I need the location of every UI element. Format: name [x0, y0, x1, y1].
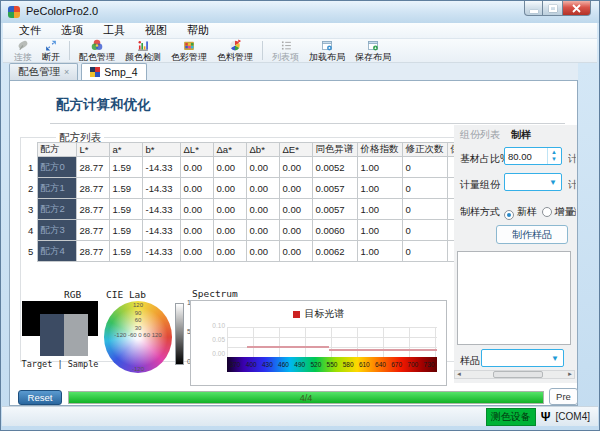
- table-header-row: 配方 L* a* b* ΔL* Δa* Δb* ΔE* 同色异谱 价格指数 修正…: [26, 143, 473, 157]
- close-button[interactable]: [562, 1, 591, 16]
- table-row[interactable]: 2 配方1 28.77 1.59 -14.33 0.00 0.00 0.00 0…: [26, 178, 473, 199]
- menubar: 文件 选项 工具 视图 帮助: [3, 23, 597, 39]
- column-header[interactable]: 同色异谱: [312, 143, 357, 157]
- column-header[interactable]: b*: [142, 143, 180, 157]
- metering-dropdown[interactable]: ▼: [504, 173, 562, 191]
- column-header[interactable]: ΔL*: [180, 143, 213, 157]
- toolbar-button-color-matching[interactable]: 配色管理: [74, 39, 120, 62]
- column-header[interactable]: Δa*: [213, 143, 246, 157]
- reset-button[interactable]: Reset: [18, 390, 62, 405]
- color-grid-icon: [182, 39, 196, 52]
- pre-button[interactable]: Pre: [549, 388, 578, 405]
- titlebar: PeColorPro2.0: [1, 1, 599, 23]
- toolbar: 连接 断开 配色管理: [3, 39, 597, 63]
- x-tick: 520: [308, 361, 324, 368]
- spectrum-chart: 目标光谱 0.10 0.05 0.00 370 400 430 460 490 …: [190, 300, 447, 386]
- cell-recipe-name[interactable]: 配方4: [37, 241, 76, 262]
- spectrum-plot-area: [227, 327, 437, 357]
- menu-item-help[interactable]: 帮助: [177, 23, 219, 38]
- menu-item-file[interactable]: 文件: [9, 23, 51, 38]
- colorant-pie-icon: [228, 39, 242, 52]
- tab-color-matching[interactable]: 配色管理 ×: [9, 63, 78, 80]
- usb-icon: Ψ: [541, 410, 551, 424]
- menu-item-view[interactable]: 视图: [135, 23, 177, 38]
- app-logo-icon: [8, 6, 20, 18]
- menu-item-options[interactable]: 选项: [51, 23, 93, 38]
- column-header[interactable]: 配方: [37, 143, 76, 157]
- minimize-button[interactable]: [524, 1, 543, 16]
- sample-making-panel: 组份列表 制样 基材占比% 80.00 ▲ ▼ 计 计量组份 ▼ 计 制样方式 …: [454, 125, 577, 383]
- table-row[interactable]: 4 配方3 28.77 1.59 -14.33 0.00 0.00 0.00 0…: [26, 220, 473, 241]
- y-tick: 0.05: [201, 336, 225, 343]
- column-header[interactable]: a*: [109, 143, 142, 157]
- main-content: 配方计算和优化 配方列表 配方 L* a* b* ΔL* Δa* Δb* ΔE*…: [9, 80, 578, 406]
- minimize-icon: [530, 10, 538, 13]
- mode-label: 制样方式: [460, 205, 500, 219]
- menu-item-tools[interactable]: 工具: [93, 23, 135, 38]
- clipped-label: 计: [568, 152, 576, 166]
- x-tick: 580: [340, 361, 356, 368]
- toolbar-button-list-items[interactable]: 列表项: [267, 39, 304, 62]
- toolbar-button-connect[interactable]: 连接: [9, 39, 37, 62]
- make-sample-button[interactable]: 制作样品: [496, 225, 568, 244]
- toolbar-button-color-detect[interactable]: 颜色检测: [120, 39, 166, 62]
- spinner-up-icon[interactable]: ▲: [551, 149, 557, 156]
- cielab-color-wheel: 120 90 60 30 -120 -60 0 60 120 -120: [104, 301, 172, 373]
- panel-tab-components[interactable]: 组份列表: [460, 128, 500, 142]
- radio-new-sample[interactable]: 新样: [504, 205, 537, 220]
- tab-smp4[interactable]: Smp_4: [81, 63, 146, 80]
- x-tick: 490: [292, 361, 308, 368]
- table-row[interactable]: 3 配方2 28.77 1.59 -14.33 0.00 0.00 0.00 0…: [26, 199, 473, 220]
- cell-recipe-name[interactable]: 配方3: [37, 220, 76, 241]
- scroll-thumb[interactable]: [493, 371, 543, 378]
- sample-label: 样品: [460, 354, 480, 368]
- x-tick: 730: [421, 361, 437, 368]
- target-color-swatch: [40, 314, 64, 356]
- column-header[interactable]: ΔE*: [279, 143, 312, 157]
- column-header[interactable]: 修正次数: [402, 143, 447, 157]
- x-tick: 640: [372, 361, 388, 368]
- cielab-axis-row: -120 -60 0 60 120: [104, 332, 172, 338]
- tab-close-icon[interactable]: ×: [64, 67, 69, 77]
- clipped-label: 计: [568, 178, 576, 192]
- column-header[interactable]: L*: [76, 143, 109, 157]
- table-row[interactable]: 5 配方4 28.77 1.59 -14.33 0.00 0.00 0.00 0…: [26, 241, 473, 262]
- toolbar-button-save-layout[interactable]: 保存布局: [350, 39, 396, 62]
- dropdown-arrow-icon: ▼: [549, 178, 557, 187]
- spectrum-panel-label: Spectrum: [192, 288, 238, 299]
- recipe-table: 配方 L* a* b* ΔL* Δa* Δb* ΔE* 同色异谱 价格指数 修正…: [26, 142, 474, 262]
- cielab-axis-bottom: -120: [104, 366, 172, 372]
- cell-recipe-name[interactable]: 配方1: [37, 178, 76, 199]
- base-ratio-spinner[interactable]: 80.00 ▲ ▼: [504, 147, 562, 165]
- toolbar-button-disconnect[interactable]: 断开: [37, 39, 65, 62]
- rgb-panel-label: RGB: [64, 289, 81, 300]
- cell-recipe-name[interactable]: 配方0: [37, 157, 76, 178]
- close-icon: [572, 4, 581, 13]
- column-header[interactable]: Δb*: [246, 143, 279, 157]
- component-listbox[interactable]: [457, 251, 571, 345]
- sample-dropdown[interactable]: ▼: [481, 349, 564, 367]
- load-layout-icon: [320, 39, 334, 52]
- scroll-left-icon[interactable]: ◄: [456, 371, 462, 377]
- scroll-right-icon[interactable]: ►: [567, 371, 573, 377]
- metering-label: 计量组份: [460, 178, 500, 192]
- column-header[interactable]: 价格指数: [357, 143, 402, 157]
- table-row[interactable]: 1 配方0 28.77 1.59 -14.33 0.00 0.00 0.00 0…: [26, 157, 473, 178]
- x-tick: 430: [259, 361, 275, 368]
- x-tick: 400: [243, 361, 259, 368]
- spectrum-legend: 目标光谱: [191, 307, 446, 321]
- panel-tab-make-sample[interactable]: 制样: [511, 128, 531, 142]
- x-tick: 670: [389, 361, 405, 368]
- sample-color-swatch: [64, 314, 88, 356]
- app-window: PeColorPro2.0 文件 选项 工具 视图 帮助 连接: [0, 0, 600, 431]
- toolbar-button-load-layout[interactable]: 加载布局: [304, 39, 350, 62]
- spinner-down-icon[interactable]: ▼: [551, 156, 557, 163]
- toolbar-button-color-manage[interactable]: 色彩管理: [166, 39, 212, 62]
- maximize-button[interactable]: [543, 1, 562, 16]
- horizontal-scrollbar[interactable]: ◄ ►: [454, 370, 575, 379]
- cell-recipe-name[interactable]: 配方2: [37, 199, 76, 220]
- x-tick: 460: [275, 361, 291, 368]
- toolbar-button-colorant-manage[interactable]: 色料管理: [212, 39, 258, 62]
- cielab-axis-labels: 120 90 60 30: [104, 302, 172, 332]
- legend-label: 目标光谱: [305, 307, 345, 321]
